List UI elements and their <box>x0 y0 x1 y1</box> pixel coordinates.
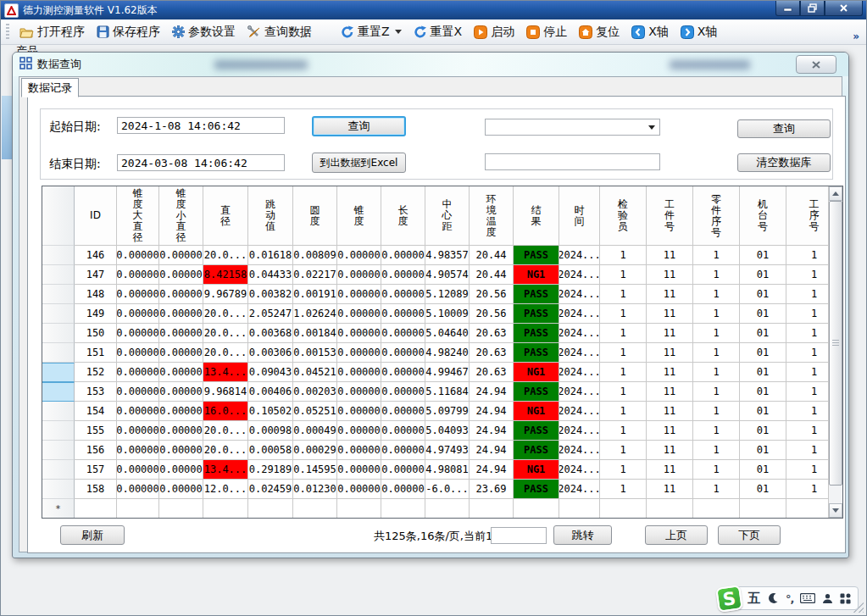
new-row-marker[interactable]: * <box>42 499 75 519</box>
table-cell[interactable]: 1 <box>693 265 740 285</box>
table-cell[interactable]: 0.00000 <box>381 363 425 382</box>
table-cell[interactable]: 2024... <box>559 480 600 499</box>
column-header[interactable]: 中心距 <box>425 186 470 246</box>
table-cell[interactable]: 1 <box>600 382 647 402</box>
table-cell[interactable]: 20.0... <box>203 246 248 265</box>
table-cell[interactable]: NG1 <box>514 363 559 382</box>
column-header[interactable]: 长度 <box>381 186 425 246</box>
table-cell[interactable] <box>203 499 248 519</box>
table-cell[interactable]: 0.00191 <box>293 285 337 304</box>
table-cell[interactable] <box>117 499 159 519</box>
table-cell[interactable]: 1 <box>600 480 647 499</box>
table-cell[interactable]: 154 <box>75 402 117 421</box>
prev-page-button[interactable]: 上页 <box>645 525 708 545</box>
table-cell[interactable] <box>514 499 559 519</box>
table-cell[interactable]: 0.00000 <box>381 324 425 343</box>
table-cell[interactable]: 1 <box>600 285 647 304</box>
minimize-button[interactable] <box>775 1 800 16</box>
table-cell[interactable]: 20.56 <box>470 304 514 324</box>
table-cell[interactable]: 0.00000 <box>337 246 381 265</box>
table-cell[interactable]: 0.00000 <box>117 363 159 382</box>
table-cell[interactable]: 0.00000 <box>337 285 381 304</box>
table-cell[interactable]: 0.00000 <box>117 441 159 460</box>
table-cell[interactable]: 4.90574 <box>425 265 470 285</box>
moon-icon[interactable] <box>767 592 779 604</box>
table-cell[interactable]: 0.00000 <box>159 382 203 402</box>
table-cell[interactable]: 0.00000 <box>117 382 159 402</box>
tab-data-records[interactable]: 数据记录 <box>21 78 79 97</box>
table-cell[interactable]: 1 <box>693 441 740 460</box>
column-header[interactable]: 时间 <box>559 186 600 246</box>
table-cell[interactable]: 11 <box>647 324 693 343</box>
filter-combobox[interactable] <box>485 119 660 136</box>
table-cell[interactable]: 01 <box>740 480 786 499</box>
table-cell[interactable]: PASS <box>514 441 559 460</box>
table-cell[interactable]: 01 <box>740 343 786 363</box>
table-cell[interactable]: 1 <box>693 382 740 402</box>
table-cell[interactable]: 0.00000 <box>381 441 425 460</box>
table-cell[interactable]: PASS <box>514 246 559 265</box>
table-cell[interactable]: 147 <box>75 265 117 285</box>
table-cell[interactable]: 0.00000 <box>381 285 425 304</box>
table-cell[interactable]: 0.00000 <box>159 441 203 460</box>
scroll-thumb[interactable] <box>829 201 842 486</box>
table-cell[interactable]: 2024... <box>559 246 600 265</box>
table-cell[interactable]: 24.94 <box>470 460 514 480</box>
table-cell[interactable]: 0.00000 <box>381 304 425 324</box>
table-cell[interactable]: 0.00000 <box>117 265 159 285</box>
table-cell[interactable]: 4.98081 <box>425 460 470 480</box>
table-cell[interactable]: 1 <box>693 343 740 363</box>
table-cell[interactable]: 01 <box>740 304 786 324</box>
table-cell[interactable]: 1 <box>600 460 647 480</box>
table-cell[interactable]: 0.00184 <box>293 324 337 343</box>
table-cell[interactable]: 9.96814 <box>203 382 248 402</box>
table-cell[interactable]: 0.00000 <box>337 324 381 343</box>
column-header[interactable]: 机台号 <box>740 186 786 246</box>
table-cell[interactable]: 2024... <box>559 285 600 304</box>
refresh-button[interactable]: 刷新 <box>60 525 125 545</box>
table-cell[interactable]: 01 <box>740 441 786 460</box>
table-cell[interactable]: 1 <box>600 402 647 421</box>
table-cell[interactable]: 2024... <box>559 421 600 441</box>
row-header[interactable] <box>42 343 75 363</box>
table-cell[interactable]: PASS <box>514 480 559 499</box>
grid-corner-cell[interactable] <box>42 186 75 246</box>
table-cell[interactable]: 0.00000 <box>117 304 159 324</box>
table-cell[interactable]: NG1 <box>514 265 559 285</box>
table-cell[interactable]: 01 <box>740 363 786 382</box>
row-header[interactable] <box>42 382 75 402</box>
table-cell[interactable]: 4.97493 <box>425 441 470 460</box>
table-cell[interactable]: 151 <box>75 343 117 363</box>
table-cell[interactable] <box>75 499 117 519</box>
ime-logo[interactable]: S <box>715 585 743 613</box>
table-cell[interactable]: 1 <box>600 304 647 324</box>
table-cell[interactable]: 5.04093 <box>425 421 470 441</box>
table-cell[interactable]: 0.00000 <box>337 343 381 363</box>
table-cell[interactable]: 0.00406 <box>248 382 293 402</box>
parameter-settings-button[interactable]: 参数设置 <box>167 22 241 42</box>
query-data-button[interactable]: 查询数据 <box>242 22 317 42</box>
table-cell[interactable]: 1 <box>693 421 740 441</box>
table-cell[interactable]: 0.00000 <box>117 343 159 363</box>
table-cell[interactable]: 0.00000 <box>159 265 203 285</box>
table-cell[interactable]: PASS <box>514 304 559 324</box>
row-header[interactable] <box>42 246 75 265</box>
table-cell[interactable]: 0.00000 <box>117 324 159 343</box>
row-header[interactable] <box>42 402 75 421</box>
column-header[interactable]: 结果 <box>514 186 559 246</box>
table-cell[interactable]: 153 <box>75 382 117 402</box>
table-cell[interactable]: 0.00000 <box>337 265 381 285</box>
table-cell[interactable]: 0.00058 <box>248 441 293 460</box>
table-cell[interactable]: PASS <box>514 382 559 402</box>
filter-input[interactable] <box>485 153 660 170</box>
table-cell[interactable]: 0.00000 <box>159 402 203 421</box>
table-cell[interactable] <box>647 499 693 519</box>
table-cell[interactable]: 16.0... <box>203 402 248 421</box>
table-cell[interactable] <box>740 499 786 519</box>
page-jump-input[interactable] <box>491 527 547 544</box>
table-cell[interactable]: 0.00000 <box>117 246 159 265</box>
table-cell[interactable]: 0.00000 <box>117 421 159 441</box>
row-header[interactable] <box>42 285 75 304</box>
column-header[interactable]: 直径 <box>203 186 248 246</box>
table-cell[interactable]: 11 <box>647 285 693 304</box>
